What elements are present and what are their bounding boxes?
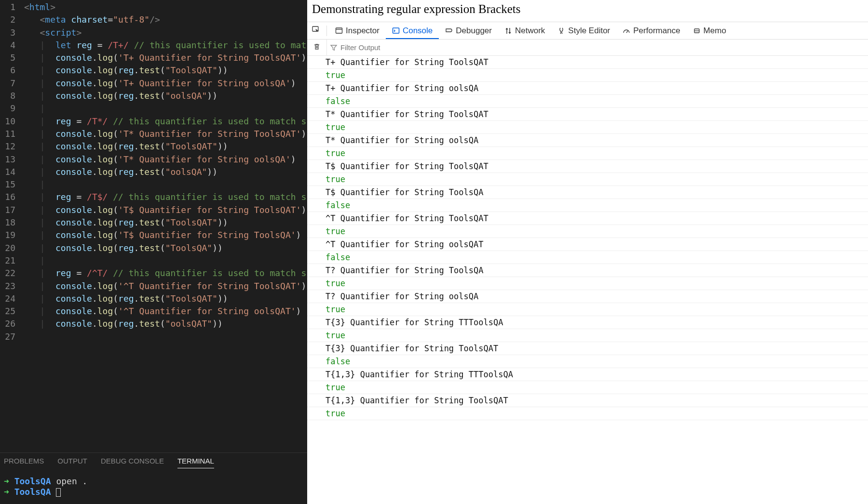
console-message: T{3} Quantifier for String ToolsQAT: [307, 342, 868, 355]
filter-wrap: [326, 40, 416, 55]
bottom-panel: PROBLEMS OUTPUT DEBUG CONSOLE TERMINAL ➜…: [0, 452, 307, 504]
console-boolean: true: [307, 407, 868, 420]
code-area[interactable]: 1234567891011121314151617181920212223242…: [0, 0, 307, 452]
console-boolean: true: [307, 147, 868, 160]
line-number-gutter: 1234567891011121314151617181920212223242…: [0, 0, 24, 452]
panel-tabs: PROBLEMS OUTPUT DEBUG CONSOLE TERMINAL: [0, 457, 307, 473]
console-message: T{1,3} Quantifier for String ToolsQAT: [307, 394, 868, 407]
terminal[interactable]: ➜ ToolsQA open .➜ ToolsQA: [0, 473, 307, 504]
svg-rect-1: [336, 28, 342, 33]
console-output[interactable]: T+ Quantifier for String ToolsQATtrueT+ …: [307, 56, 868, 504]
console-boolean: true: [307, 225, 868, 238]
tab-console-label: Console: [403, 26, 433, 36]
console-toolbar: [307, 40, 868, 56]
tab-style-editor[interactable]: Style Editor: [551, 22, 616, 39]
memory-icon: [693, 27, 701, 35]
console-icon: [392, 27, 400, 35]
separator: [326, 26, 327, 36]
devtools: Inspector Console Debugger Network Style…: [307, 22, 868, 504]
console-message: T? Quantifier for String oolsQA: [307, 290, 868, 303]
console-message: T+ Quantifier for String oolsQA: [307, 82, 868, 95]
trash-icon: [313, 43, 321, 51]
tab-performance-label: Performance: [633, 26, 680, 36]
tab-debugger[interactable]: Debugger: [439, 22, 498, 39]
tab-memory[interactable]: Memo: [687, 22, 732, 39]
tab-network[interactable]: Network: [498, 22, 551, 39]
console-boolean: false: [307, 95, 868, 108]
browser-pane: Demonstrating regular expression Bracket…: [307, 0, 868, 504]
console-message: T* Quantifier for String oolsQA: [307, 134, 868, 147]
console-message: ^T Quantifier for String ToolsQAT: [307, 212, 868, 225]
console-boolean: true: [307, 121, 868, 134]
console-message: ^T Quantifier for String oolsQAT: [307, 238, 868, 251]
debugger-icon: [445, 27, 453, 35]
tab-output[interactable]: OUTPUT: [57, 457, 87, 468]
console-boolean: true: [307, 381, 868, 394]
style-editor-icon: [557, 27, 565, 35]
console-boolean: true: [307, 69, 868, 82]
console-message: T? Quantifier for String ToolsQA: [307, 264, 868, 277]
tab-inspector[interactable]: Inspector: [329, 22, 386, 39]
performance-icon: [623, 27, 630, 35]
devtools-tabs: Inspector Console Debugger Network Style…: [307, 22, 868, 40]
console-message: T{3} Quantifier for String TTToolsQA: [307, 316, 868, 329]
clear-console-button[interactable]: [307, 43, 326, 52]
console-boolean: false: [307, 251, 868, 264]
console-message: T* Quantifier for String ToolsQAT: [307, 108, 868, 121]
tab-inspector-label: Inspector: [346, 26, 380, 36]
console-boolean: false: [307, 199, 868, 212]
code-editor-pane: 1234567891011121314151617181920212223242…: [0, 0, 307, 504]
element-picker-icon[interactable]: [307, 26, 325, 36]
tab-debug-console[interactable]: DEBUG CONSOLE: [101, 457, 164, 468]
console-message: T+ Quantifier for String ToolsQAT: [307, 56, 868, 69]
code-content[interactable]: <html> <meta charset="utf-8"/> <script> …: [24, 0, 307, 452]
tab-terminal[interactable]: TERMINAL: [177, 457, 214, 468]
tab-console[interactable]: Console: [386, 22, 439, 39]
console-boolean: true: [307, 277, 868, 290]
tab-debugger-label: Debugger: [456, 26, 492, 36]
console-boolean: false: [307, 355, 868, 368]
tab-memory-label: Memo: [704, 26, 726, 36]
console-message: T$ Quantifier for String ToolsQA: [307, 186, 868, 199]
filter-input[interactable]: [340, 43, 413, 52]
network-icon: [504, 27, 512, 35]
console-boolean: true: [307, 173, 868, 186]
tab-problems[interactable]: PROBLEMS: [4, 457, 44, 468]
svg-line-4: [626, 31, 628, 33]
inspector-icon: [335, 27, 343, 35]
filter-icon: [330, 44, 338, 52]
console-message: T{1,3} Quantifier for String TTToolsQA: [307, 368, 868, 381]
tab-network-label: Network: [515, 26, 545, 36]
svg-rect-3: [393, 28, 399, 33]
console-boolean: true: [307, 303, 868, 316]
tab-style-editor-label: Style Editor: [568, 26, 610, 36]
console-boolean: true: [307, 329, 868, 342]
console-message: T$ Quantifier for String ToolsQAT: [307, 160, 868, 173]
tab-performance[interactable]: Performance: [616, 22, 686, 39]
page-title: Demonstrating regular expression Bracket…: [307, 0, 868, 22]
